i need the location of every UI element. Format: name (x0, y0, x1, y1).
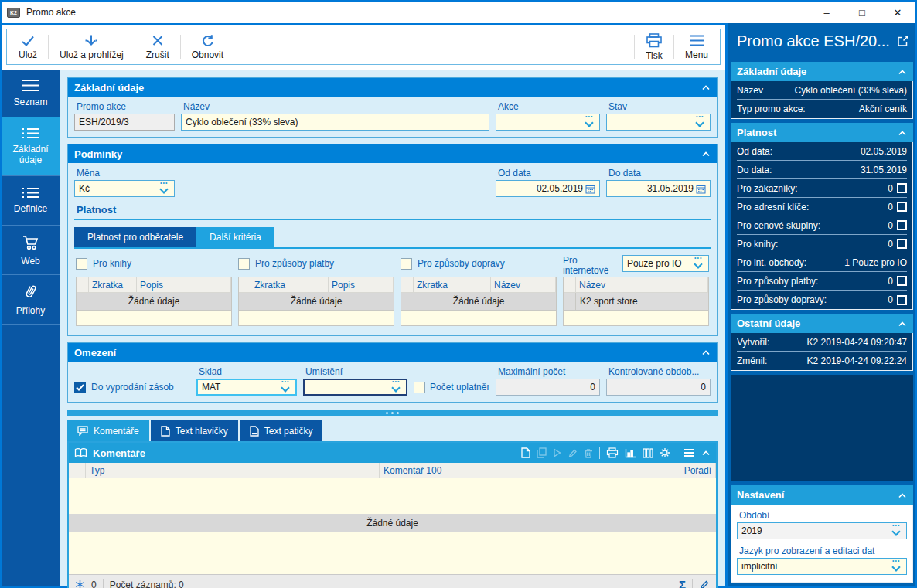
close-button[interactable]: ✕ (880, 2, 915, 23)
mena-dropdown[interactable]: Kč (74, 180, 175, 197)
panel-section-nastaveni: Nastavení Období 2019 Jazyk pro zobrazen… (731, 485, 913, 583)
panel-checkbox[interactable] (897, 239, 907, 249)
sklad-label: Sklad (196, 365, 297, 379)
panel-checkbox[interactable] (897, 202, 907, 212)
detail-list-icon (21, 127, 41, 139)
table-menu-button[interactable] (683, 448, 695, 457)
collapse-chevron-icon[interactable] (701, 349, 711, 355)
splitter-handle[interactable] (67, 410, 718, 416)
settings-gear-button[interactable] (660, 447, 670, 458)
panel-checkbox[interactable] (897, 295, 907, 305)
print-table-button[interactable] (606, 447, 619, 458)
toolbar: Ulož Ulož a prohlížej Zrušit (2, 23, 725, 70)
collapse-chevron-icon[interactable] (701, 84, 711, 90)
panel-row: Pro knihy:0 (737, 235, 907, 253)
sidebar-item-web[interactable]: Web (2, 226, 60, 275)
komentare-statusbar: 0 Počet záznamů: 0 Σ (69, 574, 716, 588)
table-row-selected[interactable]: K2 sport store (564, 293, 708, 311)
pro-zpusoby-platby-checkbox[interactable] (238, 258, 250, 270)
collapse-chevron-icon[interactable] (898, 321, 907, 327)
nazev-label: Název (181, 100, 489, 114)
komentare-table-header[interactable]: Typ Komentář 100 Pořadí (69, 463, 716, 478)
nav-sidebar: Seznam Základní údaje Definice Web (2, 70, 60, 586)
detail-list-icon (21, 187, 41, 199)
panel-row: Pro adresní klíče:0 (737, 198, 907, 216)
new-record-button[interactable] (521, 447, 530, 458)
save-button[interactable]: Ulož (9, 29, 47, 64)
umisteni-dropdown[interactable] (303, 379, 407, 396)
promo-akce-field[interactable]: ESH/2019/3 (74, 114, 175, 131)
panel-checkbox[interactable] (897, 276, 907, 286)
pro-knihy-checkbox[interactable] (76, 258, 87, 270)
delete-button[interactable] (584, 448, 593, 458)
tab-komentare[interactable]: Komentáře (67, 420, 149, 441)
chart-button[interactable] (625, 448, 636, 458)
frozen-count: 0 (91, 580, 97, 588)
minimize-button[interactable]: – (809, 2, 844, 23)
edit-button[interactable] (568, 448, 578, 458)
run-button[interactable] (553, 448, 561, 457)
menu-button[interactable]: Menu (675, 29, 718, 64)
panel-checkbox[interactable] (897, 183, 907, 193)
sklad-dropdown[interactable]: MAT (196, 379, 297, 396)
od-data-field[interactable]: 02.05.2019 (496, 180, 600, 197)
sidebar-item-seznam[interactable]: Seznam (2, 70, 60, 117)
platnost-tabs: Platnost pro odběratele Další kritéria (74, 227, 711, 247)
knihy-table[interactable]: ZkratkaPopis Žádné údaje (76, 277, 232, 326)
tab-text-paticky[interactable]: Text patičky (240, 420, 323, 441)
open-external-icon[interactable] (897, 35, 909, 47)
copy-button[interactable] (537, 447, 547, 458)
pro-knihy-column: Pro knihy ZkratkaPopis Žádné údaje (76, 255, 232, 326)
dropdown-icon (390, 382, 402, 393)
internetove-obchody-dropdown[interactable]: Pouze pro IO (622, 255, 709, 272)
maximize-button[interactable]: □ (844, 2, 880, 23)
dopravy-table[interactable]: ZkratkaNázev Žádné údaje (401, 277, 557, 326)
tab-platnost-pro-odberatele[interactable]: Platnost pro odběratele (74, 227, 196, 247)
kontrolovane-obdobi-label: Kontrolované obdob... (606, 365, 711, 379)
arrow-down-icon (84, 34, 99, 47)
panel-checkbox[interactable] (897, 220, 907, 230)
collapse-chevron-icon[interactable] (898, 69, 907, 75)
calendar-icon[interactable] (585, 184, 595, 194)
save-and-view-button[interactable]: Ulož a prohlížej (49, 29, 134, 64)
jazyk-dropdown[interactable]: implicitní (737, 558, 907, 575)
collapse-chevron-icon[interactable] (898, 492, 907, 498)
panel-row: NázevCyklo oblečení (33% sleva) (737, 81, 907, 100)
do-vyprodani-zasob-checkbox[interactable] (74, 382, 86, 393)
calendar-icon[interactable] (696, 184, 706, 194)
sidebar-item-prilohy[interactable]: Přílohy (2, 275, 60, 325)
eshopy-table[interactable]: Název K2 sport store (563, 277, 709, 326)
pocet-uplatneni-checkbox[interactable] (414, 382, 425, 393)
obdobi-dropdown[interactable]: 2019 (737, 522, 907, 539)
collapse-chevron-icon[interactable] (898, 130, 907, 136)
do-data-label: Do data (606, 167, 711, 180)
nazev-field[interactable]: Cyklo oblečení (33% sleva) (181, 114, 489, 131)
columns-button[interactable] (643, 448, 653, 458)
komentare-panel: Komentáře (67, 441, 718, 588)
print-button[interactable]: Tisk (636, 29, 673, 64)
tab-text-hlavicky[interactable]: Text hlavičky (151, 420, 238, 441)
stav-dropdown[interactable] (606, 114, 711, 131)
sidebar-item-zakladni-udaje[interactable]: Základní údaje (2, 117, 60, 176)
do-data-field[interactable]: 31.05.2019 (606, 180, 711, 197)
tab-dalsi-kriteria[interactable]: Další kritéria (196, 227, 274, 247)
pro-zpusoby-dopravy-checkbox[interactable] (401, 258, 412, 270)
platby-table[interactable]: ZkratkaPopis Žádné údaje (238, 277, 394, 326)
komentare-table-body[interactable]: Žádné údaje (69, 478, 716, 574)
panel-section-header: Nastavení (731, 485, 913, 505)
akce-dropdown[interactable] (496, 114, 600, 131)
pencil-icon[interactable] (699, 580, 710, 588)
toolbar-separator (180, 35, 181, 59)
bottom-tabs: Komentáře Text hlavičky Text patičky (67, 420, 718, 441)
collapse-chevron-icon[interactable] (701, 450, 711, 456)
kontrolovane-obdobi-field: 0 (606, 379, 711, 396)
do-vyprodani-zasob-row: Do vyprodání zásob (74, 379, 190, 396)
sidebar-item-definice[interactable]: Definice (2, 176, 60, 226)
refresh-button[interactable]: Obnovit (182, 29, 234, 64)
collapse-chevron-icon[interactable] (701, 151, 711, 157)
sum-button[interactable]: Σ (679, 578, 686, 588)
panel-section-ostatni-udaje: Ostatní údaje Vytvořil:K2 2019-04-24 09:… (731, 314, 913, 371)
cancel-button[interactable]: Zrušit (136, 29, 179, 64)
panel-section-platnost: Platnost Od data:02.05.2019 Do data:31.0… (731, 123, 913, 310)
panel-row: Do data:31.05.2019 (737, 161, 907, 179)
